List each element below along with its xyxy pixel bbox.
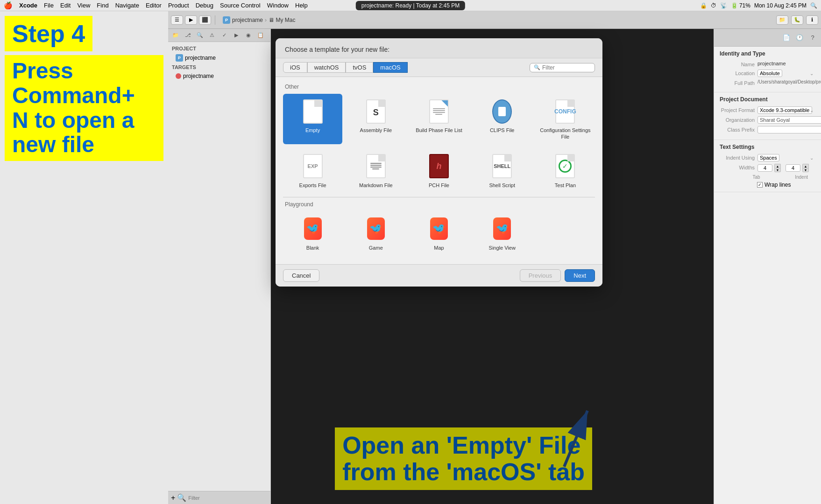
indent-using-select-wrap: Spaces <box>757 154 815 161</box>
indent-using-label: Indent Using <box>720 154 755 161</box>
target-item[interactable]: projectname <box>168 72 270 80</box>
add-file-btn[interactable]: + <box>171 494 175 502</box>
menu-product[interactable]: Product <box>168 2 189 9</box>
indent-decrement-btn[interactable]: ▼ <box>802 168 809 172</box>
template-singleview[interactable]: 🐦 Single View <box>473 211 532 255</box>
menu-debug[interactable]: Debug <box>196 2 213 9</box>
game-playground-icon: 🐦 <box>364 216 388 242</box>
template-game-label: Game <box>369 245 383 251</box>
indent-using-select[interactable]: Spaces <box>757 154 779 161</box>
nav-vcs-icon[interactable]: ⎇ <box>183 31 192 40</box>
modal-tabs: iOS watchOS tvOS macOS 🔍 <box>276 58 602 77</box>
template-config-label: Configuration Settings File <box>538 127 592 140</box>
navigator-btn[interactable]: 📁 <box>776 15 788 25</box>
inspector-btn[interactable]: ℹ <box>806 15 818 25</box>
indent-increment-btn[interactable]: ▲ <box>802 164 809 168</box>
tab-decrement-btn[interactable]: ▼ <box>774 168 781 172</box>
tab-macos[interactable]: macOS <box>373 62 407 73</box>
menu-file[interactable]: File <box>44 2 54 9</box>
nav-report-icon[interactable]: 📋 <box>256 31 265 40</box>
template-testplan[interactable]: ✓ Test Plan <box>536 149 595 192</box>
template-game[interactable]: 🐦 Game <box>346 211 405 255</box>
template-config[interactable]: CONFIG Configuration Settings File <box>536 94 595 144</box>
nav-filter-input[interactable] <box>188 495 226 501</box>
template-markdown[interactable]: Markdown File <box>346 149 405 192</box>
footer-right-buttons: Previous Next <box>520 269 595 282</box>
nav-warn-icon[interactable]: ⚠ <box>207 31 217 40</box>
empty-file-icon <box>301 98 325 124</box>
nav-test-icon[interactable]: ✓ <box>219 31 229 40</box>
tab-watchos[interactable]: watchOS <box>307 62 346 73</box>
cancel-button[interactable]: Cancel <box>283 269 319 282</box>
config-file-icon: CONFIG <box>553 98 577 124</box>
targets-section-label: TARGETS <box>168 63 270 72</box>
left-annotation: Step 4 PressCommand+N to open anew file <box>0 11 168 504</box>
template-clips[interactable]: CLIPS File <box>473 94 532 144</box>
other-template-grid: Empty S Assembly File <box>283 94 595 144</box>
class-prefix-input[interactable] <box>757 126 821 133</box>
shell-file-icon: SHELL <box>490 154 514 179</box>
template-assembly[interactable]: S Assembly File <box>346 94 405 144</box>
inspector-panel: 📄 🕐 ? Identity and Type Name projectname… <box>714 29 821 504</box>
project-item[interactable]: P projectname <box>168 53 270 63</box>
blank-playground-icon: 🐦 <box>301 216 325 242</box>
tab-increment-btn[interactable]: ▲ <box>774 164 781 168</box>
apple-menu[interactable]: 🍎 <box>4 1 13 10</box>
template-blank[interactable]: 🐦 Blank <box>283 211 342 255</box>
menu-help[interactable]: Help <box>295 2 308 9</box>
template-shell[interactable]: SHELL Shell Script <box>473 149 532 192</box>
nav-folder-icon[interactable]: 📁 <box>171 31 180 40</box>
nav-breakpoint-icon[interactable]: ◉ <box>244 31 253 40</box>
project-format-select[interactable]: Xcode 9.3-compatible <box>757 106 812 114</box>
template-build-phase[interactable]: Build Phase File List <box>409 94 468 144</box>
stop-btn[interactable]: ⬛ <box>199 15 211 25</box>
nav-debug-icon[interactable]: ▶ <box>232 31 241 40</box>
inspector-name-row: Name projectname <box>720 61 815 67</box>
widths-label: Widths <box>720 164 755 170</box>
singleview-playground-icon: 🐦 <box>490 216 514 242</box>
inspector-history-icon[interactable]: 🕐 <box>795 34 804 42</box>
menu-editor[interactable]: Editor <box>146 2 162 9</box>
name-value: projectname <box>757 61 815 66</box>
inspector-help-icon[interactable]: ? <box>808 34 817 42</box>
clips-file-icon <box>490 98 514 124</box>
scheme-selector[interactable]: ▶ <box>185 15 197 25</box>
template-map[interactable]: 🐦 Map <box>409 211 468 255</box>
menu-xcode[interactable]: Xcode <box>19 2 37 9</box>
template-empty[interactable]: Empty <box>283 94 342 144</box>
indent-width-input[interactable] <box>786 164 800 172</box>
file-nav-content: PROJECT P projectname TARGETS projectnam… <box>168 42 270 491</box>
menu-edit[interactable]: Edit <box>60 2 71 9</box>
menu-navigate[interactable]: Navigate <box>115 2 139 9</box>
template-exports[interactable]: EXP Exports File <box>283 149 342 192</box>
new-file-dialog: Choose a template for your new file: iOS… <box>276 38 602 287</box>
template-pch[interactable]: h PCH File <box>409 149 468 192</box>
template-shell-label: Shell Script <box>489 182 515 189</box>
map-playground-icon: 🐦 <box>427 216 451 242</box>
press-instruction: PressCommand+N to open anew file <box>5 55 163 161</box>
previous-button[interactable]: Previous <box>520 269 561 282</box>
tab-tvos[interactable]: tvOS <box>346 62 373 73</box>
wrap-lines-row: ✓ Wrap lines <box>757 182 815 188</box>
menu-source-control[interactable]: Source Control <box>220 2 261 9</box>
location-select[interactable]: Absolute <box>757 70 782 77</box>
wrap-lines-checkbox[interactable]: ✓ <box>757 182 763 188</box>
project-doc-section: Project Document Project Format Xcode 9.… <box>714 92 821 140</box>
organization-input[interactable] <box>757 116 821 124</box>
sidebar-toggle-btn[interactable]: ☰ <box>171 15 183 25</box>
modal-body: Other Empty <box>276 77 602 264</box>
filter-input[interactable] <box>542 64 589 71</box>
playground-section-label: Playground <box>283 199 595 211</box>
menu-view[interactable]: View <box>77 2 90 9</box>
menu-window[interactable]: Window <box>267 2 289 9</box>
debug-btn[interactable]: 🐛 <box>791 15 803 25</box>
menu-find[interactable]: Find <box>97 2 108 9</box>
status-bar: projectname: Ready | Today at 2:45 PM <box>356 1 465 10</box>
wrap-lines-label: Wrap lines <box>764 182 791 188</box>
tab-width-input[interactable] <box>757 164 772 172</box>
tab-ios[interactable]: iOS <box>283 62 307 73</box>
inspector-file-icon[interactable]: 📄 <box>782 34 791 42</box>
next-button[interactable]: Next <box>565 269 595 282</box>
filter-box[interactable]: 🔍 <box>530 63 595 72</box>
nav-find-icon[interactable]: 🔍 <box>195 31 205 40</box>
